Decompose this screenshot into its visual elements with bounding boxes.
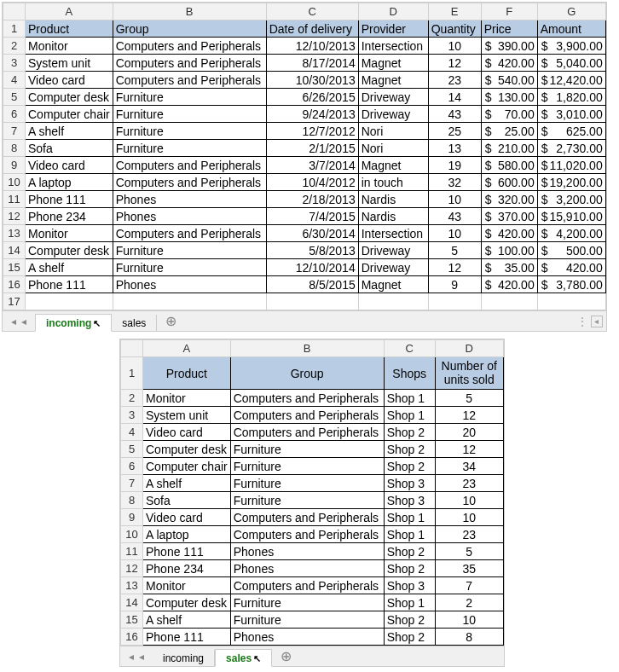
row-header[interactable]: 14	[121, 594, 143, 611]
header-quantity[interactable]: Quantity	[428, 20, 481, 38]
col-header[interactable]: C	[384, 340, 435, 357]
cell-product[interactable]: A laptop	[26, 174, 113, 191]
col-header[interactable]: D	[358, 3, 428, 20]
tab-incoming[interactable]: incoming	[153, 650, 215, 666]
table-row[interactable]: 4Video cardComputers and Peripherals10/3…	[3, 72, 606, 89]
cell[interactable]	[113, 293, 266, 310]
cell-date[interactable]: 9/24/2013	[266, 106, 358, 123]
cell-date[interactable]: 10/4/2012	[266, 174, 358, 191]
col-header[interactable]: F	[481, 3, 537, 20]
header-group[interactable]: Group	[113, 20, 266, 38]
cell-group[interactable]: Computers and Peripherals	[230, 424, 384, 441]
cell-amount[interactable]: $3,200.00	[537, 191, 605, 208]
cell-amount[interactable]: $3,780.00	[537, 276, 605, 293]
dots-icon[interactable]: ⋮	[577, 316, 587, 327]
cell-units[interactable]: 7	[435, 577, 503, 594]
cell-provider[interactable]: Magnet	[358, 276, 428, 293]
cell-group[interactable]: Computers and Peripherals	[230, 509, 384, 526]
cell-product[interactable]: Sofa	[26, 140, 113, 157]
table-row[interactable]: 8SofaFurnitureShop 310	[121, 492, 504, 509]
row-header[interactable]: 9	[121, 509, 143, 526]
cell-group[interactable]: Computers and Peripherals	[230, 390, 384, 407]
cell-product[interactable]: A shelf	[143, 611, 231, 629]
table-row[interactable]: 12Phone 234PhonesShop 235	[121, 560, 504, 577]
cell-date[interactable]: 5/8/2013	[266, 242, 358, 259]
tab-sales[interactable]: sales↖	[215, 649, 272, 667]
add-sheet-button[interactable]: ⊕	[157, 313, 185, 329]
cell-product[interactable]: A shelf	[26, 123, 113, 140]
table-row[interactable]: 16Phone 111Phones8/5/2015Magnet9$420.00$…	[3, 276, 606, 293]
row-header[interactable]: 1	[121, 357, 143, 390]
cell-date[interactable]: 12/10/2013	[266, 38, 358, 55]
cell-shop[interactable]: Shop 3	[384, 492, 435, 509]
cell-date[interactable]: 3/7/2014	[266, 157, 358, 174]
cell-group[interactable]: Computers and Peripherals	[230, 407, 384, 424]
cell-provider[interactable]: Nardis	[358, 208, 428, 225]
cell-units[interactable]: 8	[435, 629, 503, 646]
cell-price[interactable]: $35.00	[481, 259, 537, 276]
row-header[interactable]: 11	[121, 543, 143, 560]
cell-group[interactable]: Phones	[113, 276, 266, 293]
cell-price[interactable]: $320.00	[481, 191, 537, 208]
table-row[interactable]: 8SofaFurniture2/1/2015Nori13$210.00$2,73…	[3, 140, 606, 157]
cell-provider[interactable]: Magnet	[358, 72, 428, 89]
table-row[interactable]: 3System unitComputers and PeripheralsSho…	[121, 407, 504, 424]
row-header[interactable]: 2	[121, 390, 143, 407]
cell-amount[interactable]: $5,040.00	[537, 55, 605, 72]
table-row[interactable]: 2MonitorComputers and Peripherals12/10/2…	[3, 38, 606, 55]
cell-provider[interactable]: Magnet	[358, 157, 428, 174]
cell-product[interactable]: Computer desk	[143, 594, 231, 611]
cell-price[interactable]: $600.00	[481, 174, 537, 191]
cell-group[interactable]: Computers and Peripherals	[113, 225, 266, 242]
header-group[interactable]: Group	[230, 357, 384, 390]
table-row[interactable]: 9Video cardComputers and Peripherals3/7/…	[3, 157, 606, 174]
cell-price[interactable]: $420.00	[481, 225, 537, 242]
cell-quantity[interactable]: 32	[428, 174, 481, 191]
cell[interactable]	[266, 293, 358, 310]
header-product[interactable]: Product	[26, 20, 113, 38]
header-date[interactable]: Date of delivery	[266, 20, 358, 38]
tab-sales[interactable]: sales	[112, 315, 157, 331]
cell-quantity[interactable]: 13	[428, 140, 481, 157]
cell-shop[interactable]: Shop 1	[384, 390, 435, 407]
cell-group[interactable]: Furniture	[230, 594, 384, 611]
table-row[interactable]: 13MonitorComputers and PeripheralsShop 3…	[121, 577, 504, 594]
col-header[interactable]: E	[428, 3, 481, 20]
cell-product[interactable]: Phone 234	[143, 560, 231, 577]
cell-group[interactable]: Furniture	[113, 140, 266, 157]
cell-provider[interactable]: Nori	[358, 123, 428, 140]
table-row[interactable]: 5Computer deskFurnitureShop 212	[121, 441, 504, 458]
cell-amount[interactable]: $15,910.00	[537, 208, 605, 225]
cell-provider[interactable]: Driveway	[358, 259, 428, 276]
nav-first-icon[interactable]: ◂	[129, 651, 134, 663]
row-header[interactable]: 16	[121, 629, 143, 646]
data-header-row[interactable]: 1 Product Group Date of delivery Provide…	[3, 20, 606, 38]
col-header[interactable]: B	[113, 3, 266, 20]
cell-product[interactable]: Phone 111	[26, 276, 113, 293]
cell-product[interactable]: System unit	[26, 55, 113, 72]
cell-group[interactable]: Furniture	[230, 441, 384, 458]
nav-prev-icon[interactable]: ◂	[21, 316, 26, 327]
column-header-row[interactable]: A B C D E F G	[3, 3, 606, 20]
cell-product[interactable]: Phone 234	[26, 208, 113, 225]
cell-product[interactable]: Phone 111	[143, 629, 231, 646]
cell-product[interactable]: Computer desk	[26, 89, 113, 106]
data-header-row[interactable]: 1 Product Group Shops Number of units so…	[121, 357, 504, 390]
cell-provider[interactable]: Nardis	[358, 191, 428, 208]
row-header[interactable]: 8	[121, 492, 143, 509]
table-row[interactable]: 6Computer chairFurniture9/24/2013Drivewa…	[3, 106, 606, 123]
cell-shop[interactable]: Shop 2	[384, 458, 435, 475]
cell-date[interactable]: 2/1/2015	[266, 140, 358, 157]
cell-product[interactable]: Video card	[26, 72, 113, 89]
row-header[interactable]: 1	[3, 20, 26, 38]
cell-product[interactable]: Computer desk	[143, 441, 231, 458]
row-header[interactable]: 6	[121, 458, 143, 475]
row-header[interactable]: 12	[3, 208, 26, 225]
scroll-left-button[interactable]: ◂	[591, 316, 603, 327]
row-header[interactable]: 13	[3, 225, 26, 242]
row-header[interactable]: 13	[121, 577, 143, 594]
cell-amount[interactable]: $2,730.00	[537, 140, 605, 157]
cell-shop[interactable]: Shop 2	[384, 560, 435, 577]
cell-group[interactable]: Furniture	[113, 259, 266, 276]
table-row[interactable]: 6Computer chairFurnitureShop 234	[121, 458, 504, 475]
